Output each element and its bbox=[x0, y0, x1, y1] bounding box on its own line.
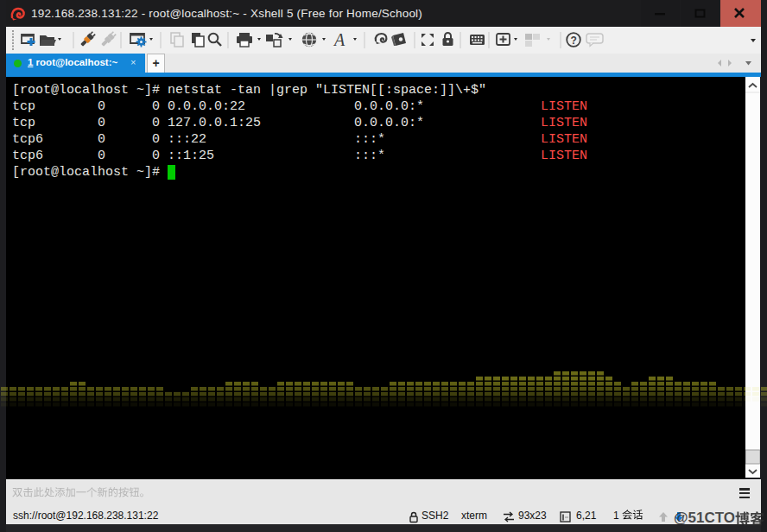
svg-text:?: ? bbox=[571, 35, 577, 47]
svg-text:A: A bbox=[333, 30, 345, 49]
